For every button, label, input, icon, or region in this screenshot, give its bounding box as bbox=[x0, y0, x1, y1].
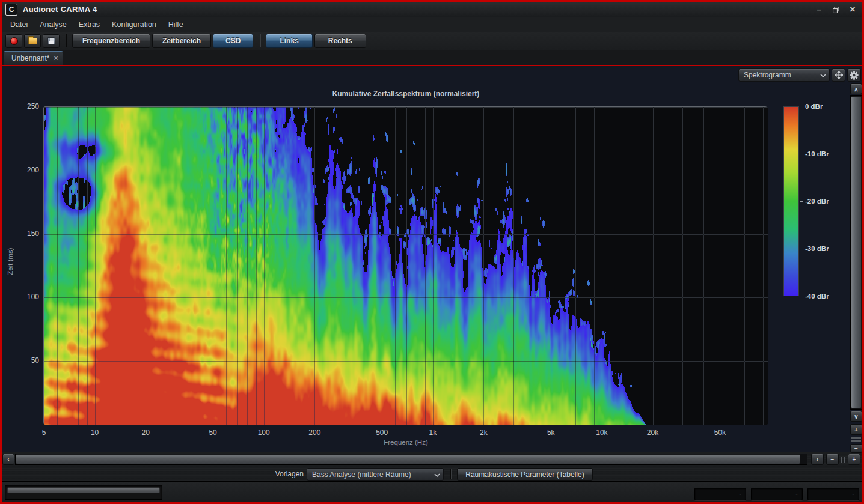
close-button[interactable]: × bbox=[847, 4, 859, 16]
minimize-button[interactable]: – bbox=[813, 4, 825, 16]
colorbar bbox=[783, 106, 799, 296]
scroll-up-button[interactable]: ∧ bbox=[850, 83, 862, 94]
x-axis-label: Frequenz (Hz) bbox=[43, 439, 768, 446]
links-button[interactable]: Links bbox=[266, 34, 312, 48]
display-mode-select[interactable]: Spektrogramm bbox=[738, 68, 830, 82]
folder-icon bbox=[28, 38, 37, 44]
tab-bar: Unbennant* × bbox=[2, 50, 862, 65]
x-tick-label: 10 bbox=[91, 428, 99, 437]
colorbar-tick-mark bbox=[800, 249, 803, 249]
plot-area bbox=[43, 106, 767, 424]
colorbar-tick-label: -10 dBr bbox=[805, 150, 829, 157]
pan-icon bbox=[835, 71, 843, 79]
window-controls: – × bbox=[813, 3, 859, 16]
save-button[interactable] bbox=[43, 34, 60, 48]
template-select[interactable]: Bass Analyse (mittlere Räume) bbox=[307, 468, 444, 481]
pan-button[interactable] bbox=[832, 68, 845, 82]
colorbar-tick-label: -30 dBr bbox=[805, 245, 829, 252]
record-button[interactable] bbox=[5, 34, 22, 48]
display-mode-value: Spektrogramm bbox=[739, 71, 817, 79]
app-icon: C bbox=[5, 4, 17, 16]
y-tick-labels: 50100150200250 bbox=[2, 106, 39, 424]
save-icon bbox=[47, 37, 55, 45]
x-tick-label: 50k bbox=[714, 428, 726, 437]
colorbar-labels: 0 dBr-10 dBr-20 dBr-30 dBr-40 dBr bbox=[805, 106, 847, 296]
x-tick-label: 5 bbox=[42, 428, 46, 437]
templates-label: Vorlagen bbox=[230, 468, 304, 481]
app-window: C Audionet CARMA 4 – × DateiAnalyseExtra… bbox=[0, 0, 864, 504]
x-tick-labels: 51020501002005001k2k5k10k20k50k bbox=[44, 428, 768, 437]
row-separator bbox=[450, 469, 452, 479]
chart-title: Kumulative Zerfallsspektrum (normalisier… bbox=[43, 90, 768, 98]
csd-button[interactable]: CSD bbox=[213, 34, 253, 48]
gear-icon bbox=[850, 71, 859, 80]
x-tick-label: 50 bbox=[209, 428, 216, 437]
x-tick-label: 20k bbox=[647, 428, 658, 437]
menu-item-hilfe[interactable]: Hilfe bbox=[162, 17, 189, 32]
zoom-in-vertical-button[interactable]: + bbox=[850, 424, 862, 435]
menu-item-datei[interactable]: Datei bbox=[4, 17, 34, 32]
y-tick-label: 200 bbox=[27, 166, 39, 174]
status-field-3: - bbox=[807, 488, 859, 500]
toolbar: Frequenzbereich Zeitbereich CSD Links Re… bbox=[2, 32, 862, 50]
zeitbereich-button[interactable]: Zeitbereich bbox=[152, 34, 211, 48]
tab-close-icon[interactable]: × bbox=[54, 55, 58, 62]
y-tick-label: 250 bbox=[27, 102, 39, 111]
chevron-down-icon bbox=[817, 71, 829, 79]
x-tick-label: 200 bbox=[308, 428, 320, 437]
room-acoustic-parameters-button[interactable]: Raumakustische Parameter (Tabelle) bbox=[457, 468, 593, 481]
x-tick-label: 500 bbox=[376, 428, 388, 437]
menu-bar: DateiAnalyseExtrasKonfigurationHilfe bbox=[2, 17, 862, 32]
colorbar-tick-label: -20 dBr bbox=[805, 198, 829, 205]
zoom-out-vertical-button[interactable]: − bbox=[850, 444, 862, 453]
horizontal-scrollbar-thumb[interactable] bbox=[16, 454, 800, 464]
app-icon-letter: C bbox=[9, 5, 14, 14]
toolbar-separator bbox=[260, 34, 261, 47]
progress-meter bbox=[5, 485, 162, 500]
x-tick-label: 10k bbox=[596, 428, 607, 437]
x-tick-label: 2k bbox=[480, 428, 488, 437]
menu-item-extras[interactable]: Extras bbox=[73, 17, 106, 32]
x-tick-label: 5k bbox=[547, 428, 555, 437]
title-bar: C Audionet CARMA 4 – × bbox=[2, 2, 862, 17]
window-title: Audionet CARMA 4 bbox=[23, 5, 97, 14]
status-field-1: - bbox=[694, 488, 746, 500]
tab-unbennant[interactable]: Unbennant* × bbox=[4, 51, 63, 65]
menu-item-konfiguration[interactable]: Konfiguration bbox=[106, 17, 162, 32]
rechts-button[interactable]: Rechts bbox=[314, 34, 366, 48]
colorbar-tick-label: 0 dBr bbox=[805, 103, 823, 110]
open-button[interactable] bbox=[24, 34, 41, 48]
zoom-in-horizontal-button[interactable]: + bbox=[848, 454, 860, 465]
y-tick-label: 50 bbox=[31, 356, 39, 365]
colorbar-tick-mark bbox=[800, 154, 803, 154]
menu-item-analyse[interactable]: Analyse bbox=[34, 17, 72, 32]
y-tick-label: 100 bbox=[27, 293, 39, 301]
colorbar-tick-mark bbox=[800, 201, 803, 202]
settings-button[interactable] bbox=[847, 68, 861, 82]
y-tick-label: 150 bbox=[27, 229, 39, 238]
tab-label: Unbennant* bbox=[11, 54, 49, 62]
restore-icon bbox=[833, 7, 839, 13]
spectrogram-canvas[interactable] bbox=[44, 107, 768, 425]
template-select-value: Bass Analyse (mittlere Räume) bbox=[307, 470, 431, 479]
x-tick-label: 20 bbox=[142, 428, 150, 437]
record-icon bbox=[10, 37, 18, 45]
splitter-grip[interactable] bbox=[841, 457, 845, 463]
x-tick-label: 100 bbox=[258, 428, 270, 437]
scroll-left-button[interactable]: ‹ bbox=[2, 454, 14, 465]
colorbar-tick-label: -40 dBr bbox=[805, 293, 829, 300]
zoom-out-horizontal-button[interactable]: − bbox=[826, 454, 839, 465]
frequenzbereich-button[interactable]: Frequenzbereich bbox=[72, 34, 150, 48]
vertical-scrollbar-thumb[interactable] bbox=[851, 96, 862, 408]
x-tick-label: 1k bbox=[429, 428, 437, 437]
scroll-right-button[interactable]: › bbox=[811, 454, 824, 465]
restore-button[interactable] bbox=[830, 4, 842, 16]
toolbar-separator bbox=[66, 34, 67, 47]
splitter-grip[interactable] bbox=[851, 437, 861, 442]
progress-meter-bar bbox=[7, 487, 160, 493]
status-field-2: - bbox=[751, 488, 803, 500]
scroll-down-button[interactable]: ∨ bbox=[850, 411, 862, 422]
chevron-down-icon bbox=[431, 470, 443, 479]
